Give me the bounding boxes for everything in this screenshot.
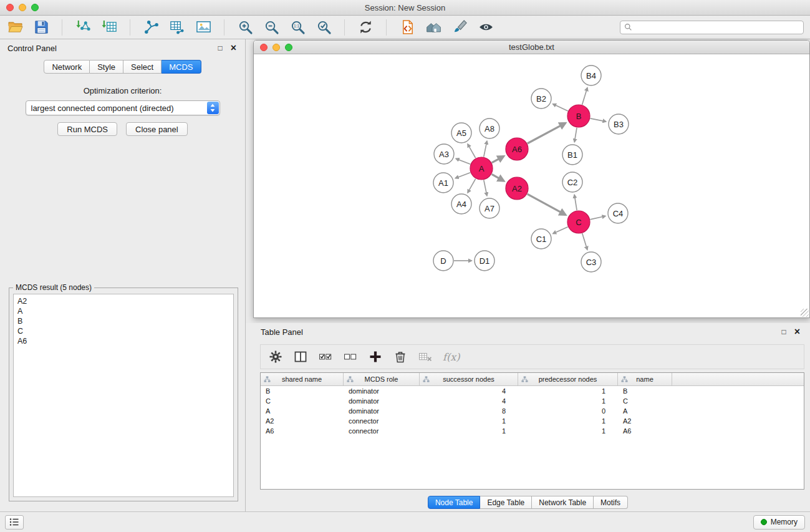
table-cell[interactable]: B [261, 387, 344, 395]
result-item[interactable]: B [14, 316, 233, 326]
table-cell[interactable]: dominator [344, 407, 420, 415]
zoom-in-icon[interactable] [236, 19, 254, 36]
optimization-criterion-dropdown[interactable]: largest connected component (directed) [26, 100, 220, 115]
graph-edge-A-A1[interactable] [455, 173, 470, 178]
close-panel-button[interactable]: Close panel [126, 122, 188, 136]
column-header-predecessor-nodes[interactable]: predecessor nodes [518, 373, 618, 385]
table-cell[interactable]: connector [344, 427, 420, 435]
graph-edge-B-B3[interactable] [591, 118, 606, 122]
search-input[interactable] [635, 23, 799, 32]
graph-edge-C-C4[interactable] [591, 216, 605, 220]
network-canvas[interactable]: AA1A2A3A4A5A6A7A8BB1B2B3B4CC1C2C3C4DD1 [254, 55, 809, 317]
refresh-icon[interactable] [357, 19, 374, 36]
save-icon[interactable] [32, 19, 50, 36]
table-cell[interactable]: 0 [518, 407, 618, 415]
tab-edge-table[interactable]: Edge Table [480, 496, 532, 509]
network-table-icon[interactable] [168, 19, 186, 36]
table-cell[interactable]: C [618, 397, 672, 405]
table-cell[interactable]: dominator [344, 397, 420, 405]
table-cell[interactable]: dominator [344, 387, 420, 395]
zoom-out-icon[interactable] [263, 19, 280, 36]
table-cell[interactable]: C [261, 397, 344, 405]
column-header-name[interactable]: name [618, 373, 672, 385]
close-window-button[interactable] [6, 4, 14, 11]
import-table-icon[interactable] [100, 19, 118, 36]
table-cell[interactable]: B [618, 387, 672, 395]
select-all-icon[interactable] [318, 349, 333, 364]
result-item[interactable]: A [14, 306, 233, 316]
graph-edge-C-C2[interactable] [574, 195, 577, 211]
tab-node-table[interactable]: Node Table [428, 496, 481, 509]
result-item[interactable]: C [14, 326, 233, 336]
table-cell[interactable]: 1 [518, 397, 618, 405]
tab-network-table[interactable]: Network Table [532, 496, 594, 509]
graph-edge-A-A2[interactable] [492, 174, 504, 181]
graph-edge-A-A6[interactable] [492, 157, 504, 163]
zoom-actual-icon[interactable]: 1:1 [289, 19, 306, 36]
table-cell[interactable]: 4 [420, 397, 518, 405]
table-cell[interactable]: A [618, 407, 672, 415]
graph-edge-A-A3[interactable] [456, 158, 470, 164]
float-panel-icon[interactable]: □ [218, 44, 222, 52]
network-zoom-button[interactable] [285, 44, 292, 51]
style-brush-icon[interactable] [451, 19, 468, 36]
close-table-panel-icon[interactable]: × [794, 327, 800, 337]
graph-edge-A-A8[interactable] [484, 141, 487, 157]
graph-edge-A-A4[interactable] [468, 179, 476, 193]
function-builder-icon[interactable]: f(x) [443, 351, 460, 363]
memory-button[interactable]: Memory [753, 515, 805, 530]
tab-style[interactable]: Style [90, 60, 123, 74]
graph-edge-B-B4[interactable] [582, 88, 587, 105]
resize-grip-icon[interactable] [801, 309, 809, 317]
table-cell[interactable]: 1 [518, 387, 618, 395]
open-file-icon[interactable] [6, 19, 24, 36]
add-column-icon[interactable] [368, 349, 383, 364]
network-minimize-button[interactable] [272, 44, 280, 51]
graph-edge-C-C1[interactable] [553, 227, 568, 234]
import-network-icon[interactable] [74, 19, 92, 36]
table-cell[interactable]: 1 [518, 417, 618, 425]
delete-table-icon[interactable] [393, 349, 408, 364]
result-item[interactable]: A6 [14, 336, 233, 346]
tab-mcds[interactable]: MCDS [162, 60, 201, 74]
graph-edge-A-A7[interactable] [484, 180, 487, 196]
zoom-fit-icon[interactable] [315, 19, 332, 36]
table-row[interactable]: Cdominator41C [261, 396, 804, 406]
search-box[interactable] [620, 21, 804, 34]
graph-edge-A-A5[interactable] [468, 144, 476, 158]
panel-menu-button[interactable] [5, 515, 24, 530]
split-panel-icon[interactable] [293, 349, 308, 364]
table-row[interactable]: A2connector11A2 [261, 416, 804, 426]
result-item[interactable]: A2 [14, 296, 233, 306]
eye-icon[interactable] [477, 19, 494, 36]
table-cell[interactable]: A2 [261, 417, 344, 425]
table-cell[interactable]: A6 [261, 427, 344, 435]
column-header-MCDS-role[interactable]: MCDS role [344, 373, 420, 385]
table-cell[interactable]: 1 [518, 427, 618, 435]
graph-edge-C-C3[interactable] [582, 233, 587, 249]
graph-edge-B-B1[interactable] [574, 128, 577, 142]
session-document-icon[interactable] [398, 19, 416, 36]
tab-motifs[interactable]: Motifs [594, 496, 628, 509]
graph-edge-A6-B[interactable] [528, 123, 566, 143]
fullscreen-window-button[interactable] [31, 4, 39, 11]
column-header-successor-nodes[interactable]: successor nodes [420, 373, 518, 385]
run-mcds-button[interactable]: Run MCDS [57, 122, 117, 136]
network-share-icon[interactable] [142, 19, 160, 36]
table-cell[interactable]: connector [344, 417, 420, 425]
table-cell[interactable]: 8 [420, 407, 518, 415]
table-cell[interactable]: A6 [618, 427, 672, 435]
network-image-icon[interactable] [195, 19, 212, 36]
network-close-button[interactable] [260, 44, 268, 51]
tab-network[interactable]: Network [44, 60, 90, 74]
minimize-window-button[interactable] [19, 4, 26, 11]
home-pair-icon[interactable] [425, 19, 442, 36]
table-cell[interactable]: 1 [420, 427, 518, 435]
delete-column-icon[interactable] [418, 349, 433, 364]
table-row[interactable]: Adominator80A [261, 406, 804, 416]
table-cell[interactable]: 1 [420, 417, 518, 425]
table-cell[interactable]: 4 [420, 387, 518, 395]
column-header-shared-name[interactable]: shared name [261, 373, 344, 385]
table-cell[interactable]: A [261, 407, 344, 415]
graph-edge-B-B2[interactable] [553, 104, 568, 111]
